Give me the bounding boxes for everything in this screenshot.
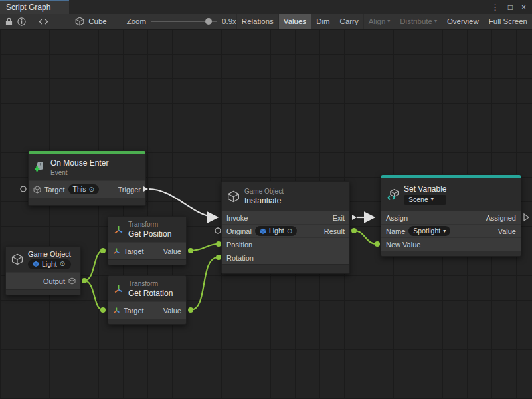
transform-icon <box>114 225 124 235</box>
node-category: Transform <box>128 221 171 228</box>
tab-bar: Script Graph ⋮ □ × <box>0 0 532 14</box>
object-picker-icon[interactable]: ⊙ <box>88 186 94 193</box>
port-row-original: Original Light ⊙ Result <box>222 224 349 237</box>
port-label-original: Original <box>226 227 252 235</box>
node-set-variable[interactable]: Set Variable Scene ▾ Assign Assigned Nam… <box>381 174 521 257</box>
port-label-value: Value <box>163 247 181 255</box>
node-header: Set Variable Scene ▾ <box>381 178 521 211</box>
node-footer <box>108 259 186 265</box>
cube-icon <box>75 17 84 26</box>
node-header: On Mouse Enter Event <box>29 154 145 180</box>
port-label-output: Output <box>43 277 65 285</box>
zoom-value: 0.9x <box>222 17 236 25</box>
node-header: Game Object Instantiate <box>222 182 349 211</box>
port-label-name: Name <box>386 227 405 235</box>
values-button[interactable]: Values <box>278 14 311 29</box>
node-get-rotation[interactable]: Transform Get Rotation Target Value <box>108 275 187 325</box>
zoom-label: Zoom <box>127 17 146 25</box>
node-get-position[interactable]: Transform Get Position Target Value <box>108 216 187 265</box>
window-menu-icon[interactable]: ⋮ <box>491 3 499 11</box>
window-controls: ⋮ □ × <box>491 0 532 14</box>
mouse-enter-event-icon <box>34 161 46 173</box>
align-button[interactable]: Align▾ <box>363 14 395 29</box>
port-row-new-value: New Value <box>381 237 521 251</box>
original-value-chip[interactable]: Light ⊙ <box>255 226 297 236</box>
window-close-icon[interactable]: × <box>521 3 526 11</box>
relations-button[interactable]: Relations <box>236 14 278 29</box>
node-instantiate[interactable]: Game Object Instantiate Invoke Exit Orig… <box>221 181 350 274</box>
port-label-assigned: Assigned <box>486 214 516 222</box>
game-object-cube-icon <box>11 253 23 265</box>
port-label-value: Value <box>498 227 516 235</box>
zoom-slider[interactable] <box>151 17 217 26</box>
distribute-button[interactable]: Distribute▾ <box>395 14 442 29</box>
tab-title: Script Graph <box>6 3 50 12</box>
tab-script-graph[interactable]: Script Graph <box>0 0 69 14</box>
node-header: Transform Get Rotation <box>108 276 186 301</box>
transform-type-icon <box>113 307 120 314</box>
port-label-trigger: Trigger <box>118 186 141 194</box>
node-footer <box>6 289 80 295</box>
dropdown-arrow-icon: ▾ <box>443 229 446 234</box>
node-on-mouse-enter[interactable]: On Mouse Enter Event Target This ⊙ Trigg… <box>28 150 146 206</box>
info-icon <box>17 17 26 26</box>
node-footer <box>222 264 349 273</box>
game-object-cube-icon <box>227 190 240 203</box>
carry-button[interactable]: Carry <box>335 14 363 29</box>
port-label-new-value: New Value <box>386 241 420 249</box>
port-label-target: Target <box>44 186 65 194</box>
node-title: Instantiate <box>244 196 284 205</box>
object-picker-icon[interactable]: ⊙ <box>287 228 292 235</box>
graph-name-label: Cube <box>88 17 107 25</box>
view-buttons: Relations Values Dim Carry Align▾ Distri… <box>236 14 532 29</box>
light-object-icon <box>33 261 39 267</box>
dropdown-arrow-icon: ▾ <box>387 19 390 24</box>
object-picker-icon[interactable]: ⊙ <box>60 261 65 267</box>
target-value-chip[interactable]: This ⊙ <box>68 184 99 194</box>
transform-icon <box>114 284 124 294</box>
node-category: Game Object <box>244 188 284 195</box>
transform-type-icon <box>113 247 120 255</box>
variable-scope-dropdown[interactable]: Scene ▾ <box>404 195 446 205</box>
port-label-target: Target <box>124 247 144 255</box>
code-view-button[interactable] <box>37 15 50 28</box>
node-footer <box>29 198 145 205</box>
object-value-chip[interactable]: Light ⊙ <box>28 259 71 269</box>
node-footer <box>381 251 521 256</box>
game-object-type-icon <box>33 186 41 194</box>
graph-toolbar: Cube Zoom 0.9x Relations Values Dim Carr… <box>0 14 532 29</box>
node-title: Game Object <box>28 250 71 258</box>
lock-icon <box>5 17 13 26</box>
port-label-target: Target <box>124 307 144 315</box>
port-label-result: Result <box>324 227 345 235</box>
window-maximize-icon[interactable]: □ <box>508 3 513 11</box>
node-header: Game Object Light ⊙ <box>6 247 80 272</box>
node-category: Transform <box>128 280 173 287</box>
light-object-icon <box>260 228 266 235</box>
zoom-slider-knob[interactable] <box>205 18 212 25</box>
overview-button[interactable]: Overview <box>442 14 484 29</box>
lock-button[interactable] <box>3 15 15 28</box>
port-row-rotation: Rotation <box>222 251 349 264</box>
info-button[interactable] <box>15 15 28 28</box>
set-variable-icon <box>387 188 399 201</box>
port-row-invoke: Invoke Exit <box>222 211 349 224</box>
node-game-object-light[interactable]: Game Object Light ⊙ Output <box>5 246 81 295</box>
port-row-output: Output <box>6 272 80 289</box>
node-header: Transform Get Position <box>108 217 186 242</box>
node-title: Set Variable <box>404 184 446 194</box>
dropdown-arrow-icon: ▾ <box>434 19 437 24</box>
full-screen-button[interactable]: Full Screen <box>484 14 532 29</box>
port-row: Target Value <box>108 242 186 259</box>
port-label-assign: Assign <box>386 214 408 222</box>
node-title: Get Position <box>128 229 171 239</box>
graph-name: Cube <box>75 17 107 26</box>
port-row-target: Target This ⊙ Trigger <box>29 180 145 198</box>
node-title: Get Rotation <box>128 289 173 298</box>
zoom-control: Zoom 0.9x <box>127 17 236 26</box>
dim-button[interactable]: Dim <box>311 14 334 29</box>
toolbar-separator <box>33 17 33 27</box>
variable-name-dropdown[interactable]: Spotlight ▾ <box>408 226 450 236</box>
port-label-rotation: Rotation <box>226 254 254 262</box>
port-row: Target Value <box>108 301 186 319</box>
